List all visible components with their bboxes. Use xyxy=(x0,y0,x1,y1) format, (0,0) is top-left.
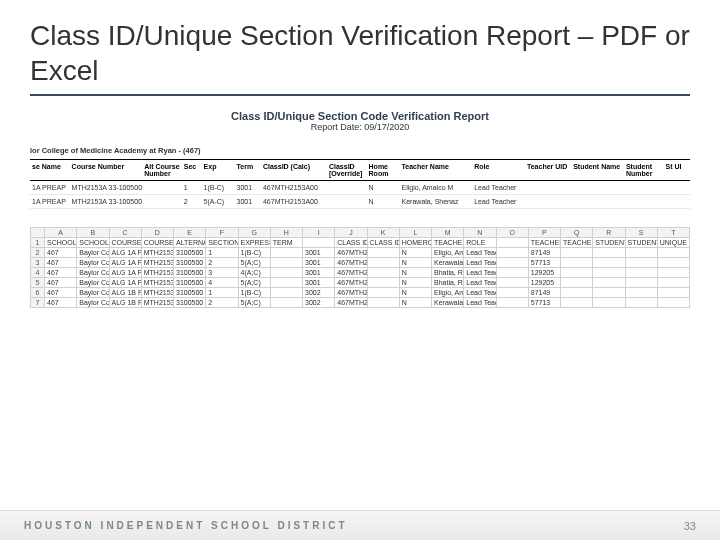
cell: 3 xyxy=(206,268,238,278)
cell: 1 xyxy=(206,288,238,298)
cell: 2 xyxy=(182,195,202,209)
cell: 467MTH2153A00 xyxy=(261,181,327,195)
cell xyxy=(270,258,302,268)
cell: Eligio, Am xyxy=(432,248,464,258)
cell: 467 xyxy=(45,278,77,288)
excel-col-letter: K xyxy=(367,228,399,238)
cell: SCHOOL N xyxy=(77,238,109,248)
cell: ROLE xyxy=(464,238,496,248)
cell: 57713 xyxy=(528,298,560,308)
cell: 467 xyxy=(45,268,77,278)
excel-col-letter: B xyxy=(77,228,109,238)
cell xyxy=(624,181,664,195)
cell: Bhatia, Ra xyxy=(432,278,464,288)
cell xyxy=(625,248,657,258)
cell: 467MTH2153A00 xyxy=(261,195,327,209)
cell: Baylor Col xyxy=(77,298,109,308)
excel-row-number: 1 xyxy=(31,238,45,248)
excel-col-letter xyxy=(31,228,45,238)
cell: UNIQUE ID xyxy=(657,238,689,248)
cell: TEACHER I xyxy=(561,238,593,248)
pdf-col: Alt Course Number xyxy=(142,160,182,181)
cell: MTH2153B xyxy=(141,298,173,308)
excel-col-letter: G xyxy=(238,228,270,238)
cell: Lead Teacher xyxy=(464,268,496,278)
slide-footer: HOUSTON INDEPENDENT SCHOOL DISTRICT 33 xyxy=(0,510,720,540)
excel-col-letter: P xyxy=(528,228,560,238)
cell: Lead Teacher xyxy=(472,195,525,209)
cell xyxy=(303,238,335,248)
cell xyxy=(624,195,664,209)
cell: 87149 xyxy=(528,288,560,298)
cell xyxy=(571,181,624,195)
table-row: 1A PREAPMTH2153A 33-10050025(A-C)3001467… xyxy=(30,195,690,209)
cell xyxy=(657,288,689,298)
excel-row-number: 4 xyxy=(31,268,45,278)
cell: COURSE N xyxy=(141,238,173,248)
cell: 3001 xyxy=(303,268,335,278)
cell xyxy=(657,298,689,308)
title-underline xyxy=(30,94,690,96)
table-row: 5467Baylor ColALG 1A PRMTH2153A310050045… xyxy=(31,278,690,288)
cell xyxy=(593,278,625,288)
cell xyxy=(142,195,182,209)
cell: 467 xyxy=(45,258,77,268)
cell xyxy=(625,258,657,268)
page-number: 33 xyxy=(684,520,696,532)
cell: 129205 xyxy=(528,268,560,278)
school-name: lor College of Medicine Academy at Ryan … xyxy=(30,146,690,155)
cell xyxy=(593,298,625,308)
table-row: 2467Baylor ColALG 1A PRMTH2153A310050011… xyxy=(31,248,690,258)
pdf-col: Student Name xyxy=(571,160,624,181)
cell xyxy=(496,278,528,288)
cell: STUDENT N xyxy=(593,238,625,248)
cell: 3001 xyxy=(303,248,335,258)
cell xyxy=(496,238,528,248)
cell: 3001 xyxy=(303,258,335,268)
pdf-col: Teacher UID xyxy=(525,160,571,181)
excel-header-row: 1SCHOOLIDSCHOOL NCOURSE NCOURSE NALTERNA… xyxy=(31,238,690,248)
excel-col-letter: T xyxy=(657,228,689,238)
cell: ALG 1B PR xyxy=(109,298,141,308)
cell xyxy=(142,181,182,195)
cell xyxy=(664,181,690,195)
cell: Eligio, Am xyxy=(432,288,464,298)
cell: 4 xyxy=(206,278,238,288)
cell xyxy=(625,288,657,298)
table-row: 4467Baylor ColALG 1A PRMTH2153A310050034… xyxy=(31,268,690,278)
cell xyxy=(593,258,625,268)
excel-col-letter: C xyxy=(109,228,141,238)
cell xyxy=(367,258,399,268)
cell: 467MTH2153A003 xyxy=(335,268,367,278)
excel-col-letter: O xyxy=(496,228,528,238)
cell: Baylor Col xyxy=(77,288,109,298)
cell xyxy=(657,278,689,288)
pdf-col: St UI xyxy=(664,160,690,181)
excel-col-letter: F xyxy=(206,228,238,238)
cell xyxy=(270,288,302,298)
excel-col-letter: D xyxy=(141,228,173,238)
cell xyxy=(367,278,399,288)
pdf-col: Term xyxy=(235,160,261,181)
pdf-col: Student Number xyxy=(624,160,664,181)
cell: TEACHER N xyxy=(432,238,464,248)
excel-col-letter: S xyxy=(625,228,657,238)
cell: 1 xyxy=(206,248,238,258)
cell: MTH2153A 33-100500 xyxy=(70,181,143,195)
cell xyxy=(625,298,657,308)
cell: Lead Teacher xyxy=(464,288,496,298)
excel-row-number: 6 xyxy=(31,288,45,298)
cell xyxy=(367,298,399,308)
pdf-col: Course Number xyxy=(70,160,143,181)
cell: STUDENT I xyxy=(625,238,657,248)
cell xyxy=(625,278,657,288)
cell: N xyxy=(399,258,431,268)
cell: ALG 1B PR xyxy=(109,288,141,298)
cell: 5(A;C) xyxy=(238,258,270,268)
excel-row-number: 5 xyxy=(31,278,45,288)
cell xyxy=(561,248,593,258)
cell: N xyxy=(399,278,431,288)
cell: MTH2153A xyxy=(141,248,173,258)
cell: MTH2153A xyxy=(141,258,173,268)
cell: MTH2153A xyxy=(141,268,173,278)
